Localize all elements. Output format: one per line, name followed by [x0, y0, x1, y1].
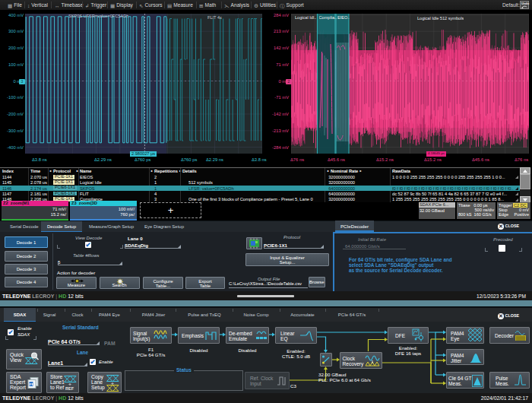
svg-text:REF: REF	[65, 386, 74, 390]
